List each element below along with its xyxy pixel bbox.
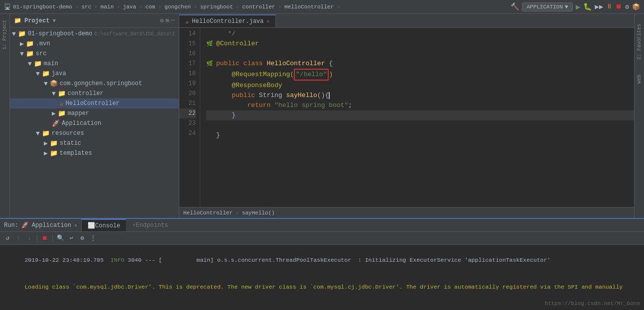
code-line-14: */ bbox=[206, 29, 634, 39]
endpoints-tab-label: Endpoints bbox=[136, 222, 168, 229]
root-path: E:\software_data\IDE_data\I bbox=[94, 31, 175, 37]
run-config-dropdown[interactable]: APPLICATION ▼ bbox=[522, 2, 572, 11]
gongchen-crumb[interactable]: gongchen bbox=[164, 4, 191, 10]
run-app-tab[interactable]: Application bbox=[32, 222, 71, 229]
tree-java[interactable]: ▼ 📁 java bbox=[10, 69, 179, 79]
console-toolbar: ↺ ↑ ↓ ⏹ 🔍 ↩ ⚙ ⋮ bbox=[0, 232, 644, 245]
root-name: 01-springboot-demo bbox=[28, 30, 93, 37]
debug-icon[interactable]: 🐛 bbox=[583, 2, 592, 11]
console-line-2: Loading class `com.mysql.jdbc.Driver'. T… bbox=[4, 274, 640, 301]
code-line-15: 🌿 @Controller bbox=[206, 39, 634, 49]
springboot-crumb[interactable]: springboot bbox=[200, 4, 233, 10]
console-line-1: 2019-10-22 23:48:19.785 INFO 3040 --- [ … bbox=[4, 247, 640, 274]
code-editor[interactable]: 14 15 16 17 18 19 20 21 22 23 24 */ bbox=[179, 28, 634, 207]
tree-resources[interactable]: ▼ 📁 resources bbox=[10, 128, 179, 138]
settings-btn[interactable]: ⚙ bbox=[78, 234, 87, 243]
com-crumb[interactable]: com bbox=[145, 4, 155, 10]
tree-static[interactable]: ▶ 📁 static bbox=[10, 138, 179, 148]
right-sidebar-strip: 2: Favorites Web bbox=[634, 14, 644, 218]
filter-btn[interactable]: 🔍 bbox=[56, 234, 65, 243]
code-line-16 bbox=[206, 49, 634, 59]
gutter-icon-17: 🌿 bbox=[206, 59, 216, 69]
code-line-20: public String sayHello(){ bbox=[206, 91, 634, 101]
tree-application[interactable]: 🚀 Application bbox=[10, 118, 179, 128]
run-text: Run: bbox=[4, 222, 18, 229]
line-numbers: 14 15 16 17 18 19 20 21 22 23 24 bbox=[179, 28, 200, 207]
project-tab-label[interactable]: 1: Project bbox=[2, 20, 7, 50]
stop-app-btn[interactable]: ⏹ bbox=[40, 234, 49, 243]
hellocontroller-crumb[interactable]: HelloController bbox=[284, 4, 334, 10]
tab-label: HelloController.java bbox=[192, 18, 263, 25]
project-panel-header: 📁 Project ▼ ⚙ ⊞ — bbox=[10, 14, 179, 28]
breadcrumb-method[interactable]: sayHello() bbox=[242, 210, 275, 216]
toolbar-right: 🔨 APPLICATION ▼ ▶ 🐛 ▶▶ ⏸ ⏹ ⚙ 📦 bbox=[511, 2, 640, 12]
panel-header-icons: ⚙ ⊞ — bbox=[160, 17, 175, 24]
endpoints-tab[interactable]: ⚡ Endpoints bbox=[126, 219, 174, 231]
favorites-label[interactable]: 2: Favorites bbox=[637, 24, 642, 60]
more-btn[interactable]: ⋮ bbox=[89, 234, 98, 243]
scroll-down-btn[interactable]: ↓ bbox=[25, 234, 34, 243]
code-line-23 bbox=[206, 120, 634, 130]
tab-close-icon[interactable]: ✕ bbox=[266, 18, 269, 24]
editor-tab-bar: ☕ HelloController.java ✕ bbox=[179, 14, 634, 28]
run-hammer-icon: 🔨 bbox=[511, 2, 519, 11]
src-crumb[interactable]: src bbox=[81, 4, 91, 10]
file-tree: ▼ 📁 01-springboot-demo E:\software_data\… bbox=[10, 28, 179, 218]
editor-area: ☕ HelloController.java ✕ 14 15 16 17 18 … bbox=[179, 14, 634, 218]
tree-package[interactable]: ▼ 📦 com.gongchen.springboot bbox=[10, 79, 179, 89]
code-line-19: @ResponseBody bbox=[206, 81, 634, 91]
tree-mvn[interactable]: ▶ 📁 .mvn bbox=[10, 39, 179, 49]
code-line-21: return "hello spring boot"; bbox=[206, 101, 634, 110]
gutter-icon-15: 🌿 bbox=[206, 39, 216, 49]
editor-tab-hello-controller[interactable]: ☕ HelloController.java ✕ bbox=[179, 14, 276, 27]
settings-icon[interactable]: ⚙ bbox=[625, 3, 629, 11]
code-line-22: } bbox=[206, 110, 634, 120]
project-name[interactable]: 01-springboot-demo bbox=[13, 4, 72, 10]
controller-crumb[interactable]: controller bbox=[242, 4, 275, 10]
editor-breadcrumb: HelloController › sayHello() bbox=[179, 207, 634, 218]
code-line-24: } bbox=[206, 130, 634, 140]
run-config-label: APPLICATION bbox=[526, 4, 563, 10]
top-breadcrumb-bar: 🖥️ 01-springboot-demo › src › main › jav… bbox=[0, 0, 644, 14]
scroll-up-btn[interactable]: ↑ bbox=[14, 234, 23, 243]
cursor bbox=[329, 92, 330, 99]
main-crumb[interactable]: main bbox=[101, 4, 114, 10]
project-icon: 📁 bbox=[14, 17, 21, 24]
bottom-tab-bar: Run: 🚀 Application ✕ ⬜ Console ⚡ Endpoin… bbox=[0, 219, 644, 232]
main-layout: 1: Project 📁 Project ▼ ⚙ ⊞ — ▼ 📁 01-spri… bbox=[0, 14, 644, 218]
tree-root[interactable]: ▼ 📁 01-springboot-demo E:\software_data\… bbox=[10, 29, 179, 39]
breadcrumb-class[interactable]: HelloController bbox=[183, 210, 233, 216]
tree-mapper[interactable]: ▶ 📁 mapper bbox=[10, 108, 179, 118]
java-file-icon: ☕ bbox=[185, 18, 189, 25]
run-tab-close[interactable]: ✕ bbox=[74, 222, 77, 228]
wrap-btn[interactable]: ↩ bbox=[67, 234, 76, 243]
endpoints-icon: ⚡ bbox=[132, 221, 135, 229]
tree-src[interactable]: ▼ 📁 src bbox=[10, 49, 179, 59]
code-content[interactable]: */ 🌿 @Controller 🌿 public class HelloCon… bbox=[200, 28, 634, 207]
tree-main[interactable]: ▼ 📁 main bbox=[10, 59, 179, 69]
run-app-icon: 🚀 bbox=[21, 221, 29, 229]
minimize-icon[interactable]: — bbox=[171, 17, 175, 24]
gear-icon[interactable]: ⚙ bbox=[160, 17, 163, 24]
tree-hello-controller[interactable]: ☕ HelloController bbox=[10, 99, 179, 108]
java-crumb[interactable]: java bbox=[123, 4, 136, 10]
restart-btn[interactable]: ↺ bbox=[3, 234, 12, 243]
project-icon: 🖥️ bbox=[4, 3, 11, 10]
stop-icon[interactable]: ⏹ bbox=[616, 3, 622, 10]
layout-icon[interactable]: ⊞ bbox=[166, 17, 169, 24]
project-panel-title: Project bbox=[24, 17, 49, 24]
run-label: Run: 🚀 Application ✕ bbox=[0, 219, 82, 231]
tree-controller[interactable]: ▼ 📁 controller bbox=[10, 89, 179, 99]
web-label[interactable]: Web bbox=[637, 75, 642, 84]
project-folder-icon: 📁 bbox=[18, 30, 26, 38]
build-icon[interactable]: 📦 bbox=[632, 3, 640, 11]
console-tab[interactable]: ⬜ Console bbox=[82, 219, 126, 231]
left-sidebar-strip: 1: Project bbox=[0, 14, 10, 218]
console-icon: ⬜ bbox=[88, 222, 95, 229]
run-coverage-icon[interactable]: ▶▶ bbox=[595, 2, 603, 11]
run-icon[interactable]: ▶ bbox=[576, 2, 581, 12]
url-watermark: https://blog.csdn.net/Mr_Gone bbox=[545, 299, 640, 308]
pause-icon[interactable]: ⏸ bbox=[606, 3, 613, 10]
folder-icon: ▼ bbox=[12, 30, 16, 38]
tree-templates[interactable]: ▶ 📁 templates bbox=[10, 148, 179, 158]
